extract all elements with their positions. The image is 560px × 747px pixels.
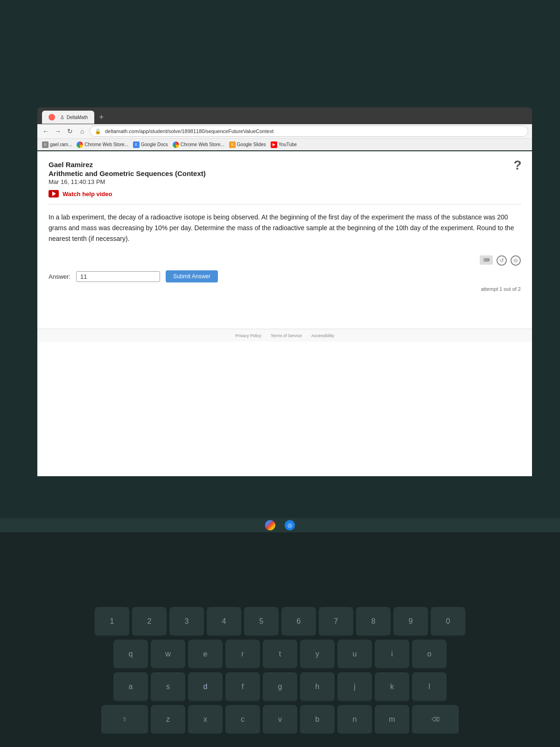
key-b[interactable]: b: [300, 705, 335, 735]
tool-icons-row: ⌨ ↺ ⊖: [49, 255, 521, 266]
privacy-policy-link[interactable]: Privacy Policy: [235, 333, 261, 338]
bookmark-label-chrome-2: Chrome Web Store...: [181, 142, 224, 147]
key-n[interactable]: n: [337, 705, 372, 735]
refresh-icon[interactable]: ↺: [497, 255, 507, 266]
keyboard-row-bottom: ⇧ z x c v b n m ⌫: [101, 705, 459, 735]
settings-icon[interactable]: ⊖: [511, 255, 521, 266]
browser-chrome: Δ DeltaMath + ← → ↻ ⌂ 🔒 deltamath.com/ap…: [37, 107, 532, 150]
key-k[interactable]: k: [375, 672, 409, 702]
keyboard-row-numbers: 1 2 3 4 5 6 7 8 9 0: [95, 607, 465, 637]
question-mark-icon: ?: [513, 159, 521, 172]
key-z[interactable]: z: [151, 705, 185, 735]
watch-help-video-button[interactable]: Watch help video: [49, 190, 521, 197]
bookmark-gael-ram[interactable]: G gael.ram...: [42, 141, 72, 148]
tab-title: DeltaMath: [67, 115, 88, 120]
key-7[interactable]: 7: [319, 607, 353, 637]
key-j[interactable]: j: [337, 672, 372, 702]
address-bar[interactable]: 🔒 deltamath.com/app/student/solve/189811…: [90, 126, 528, 137]
key-6[interactable]: 6: [281, 607, 316, 637]
key-0[interactable]: 0: [431, 607, 465, 637]
bookmark-chrome-2[interactable]: Chrome Web Store...: [173, 141, 224, 148]
key-backspace[interactable]: ⌫: [412, 705, 459, 735]
key-a[interactable]: a: [113, 672, 148, 702]
key-h[interactable]: h: [300, 672, 335, 702]
bookmark-label-chrome-1: Chrome Web Store...: [84, 142, 128, 147]
bookmark-icon-docs: E: [133, 141, 140, 148]
key-g[interactable]: g: [263, 672, 297, 702]
key-i[interactable]: i: [375, 640, 409, 669]
tab-close-button[interactable]: [49, 114, 55, 120]
key-shift[interactable]: ⇧: [101, 705, 148, 735]
bookmark-docs[interactable]: E Google Docs: [133, 141, 168, 148]
accessibility-link[interactable]: Accessibility: [311, 333, 334, 338]
bookmark-chrome-1[interactable]: Chrome Web Store...: [77, 141, 128, 148]
bookmarks-bar: G gael.ram... Chrome Web Store... E Goog…: [37, 138, 532, 150]
key-1[interactable]: 1: [95, 607, 129, 637]
new-tab-button[interactable]: +: [96, 112, 106, 122]
bookmark-icon-chrome-1: [77, 141, 83, 148]
system-taskbar: ◎: [0, 518, 560, 532]
help-button[interactable]: ?: [511, 159, 525, 173]
key-v[interactable]: v: [263, 705, 297, 735]
key-w[interactable]: w: [151, 640, 185, 669]
keyboard-row-a: a s d f g h j k l: [113, 672, 447, 702]
bookmark-icon-gael: G: [42, 141, 49, 148]
lock-icon: 🔒: [95, 128, 101, 134]
bookmark-slides[interactable]: S Google Slides: [229, 141, 266, 148]
bookmark-youtube[interactable]: ▶ YouTube: [271, 141, 297, 148]
bookmark-label-docs: Google Docs: [141, 142, 168, 147]
key-e[interactable]: e: [188, 640, 223, 669]
terms-link[interactable]: Terms of Service: [271, 333, 302, 338]
date-time: Mar 16, 11:40:13 PM: [49, 178, 521, 185]
bookmark-label-gael: gael.ram...: [50, 142, 72, 147]
reload-button[interactable]: ↻: [65, 127, 75, 136]
key-o[interactable]: o: [412, 640, 447, 669]
tab-favicon: Δ: [61, 115, 64, 120]
bookmark-label-slides: Google Slides: [237, 142, 266, 147]
key-l[interactable]: l: [412, 672, 447, 702]
key-t[interactable]: t: [263, 640, 297, 669]
keyboard-row-q: q w e r t y u i o: [113, 640, 447, 669]
bookmark-icon-chrome-2: [173, 141, 179, 148]
page-footer: Privacy Policy Terms of Service Accessib…: [37, 329, 532, 342]
problem-text: In a lab experiment, the decay of a radi…: [49, 212, 521, 244]
key-x[interactable]: x: [188, 705, 223, 735]
key-d[interactable]: d: [188, 672, 223, 702]
attempt-counter: attempt 1 out of 2: [49, 286, 521, 292]
key-y[interactable]: y: [300, 640, 335, 669]
forward-button[interactable]: →: [53, 127, 63, 136]
calculator-icon[interactable]: ⌨: [480, 255, 493, 265]
browser-content-area: ? Gael Ramirez Arithmetic and Geometric …: [37, 151, 532, 476]
deltamath-page: ? Gael Ramirez Arithmetic and Geometric …: [37, 151, 532, 301]
secondary-taskbar-icon[interactable]: ◎: [285, 520, 295, 530]
key-r[interactable]: r: [225, 640, 260, 669]
answer-input[interactable]: [76, 271, 160, 282]
tab-bar: Δ DeltaMath +: [37, 107, 532, 124]
home-button[interactable]: ⌂: [77, 127, 87, 136]
key-f[interactable]: f: [225, 672, 260, 702]
back-button[interactable]: ←: [41, 127, 50, 136]
bookmark-icon-youtube: ▶: [271, 141, 277, 148]
key-u[interactable]: u: [337, 640, 372, 669]
submit-answer-button[interactable]: Submit Answer: [166, 270, 218, 282]
bookmark-label-youtube: YouTube: [279, 142, 297, 147]
key-2[interactable]: 2: [132, 607, 167, 637]
browser-nav-bar: ← → ↻ ⌂ 🔒 deltamath.com/app/student/solv…: [37, 124, 532, 138]
chrome-taskbar-icon[interactable]: [265, 520, 275, 530]
student-name: Gael Ramirez: [49, 161, 521, 169]
key-9[interactable]: 9: [393, 607, 428, 637]
answer-row: Answer: Submit Answer: [49, 270, 521, 282]
url-display: deltamath.com/app/student/solve/18981180…: [105, 128, 523, 134]
key-c[interactable]: c: [225, 705, 260, 735]
watch-video-label: Watch help video: [63, 190, 112, 197]
key-3[interactable]: 3: [169, 607, 204, 637]
key-5[interactable]: 5: [244, 607, 279, 637]
key-s[interactable]: s: [151, 672, 185, 702]
active-tab[interactable]: Δ DeltaMath: [42, 111, 94, 124]
key-8[interactable]: 8: [356, 607, 391, 637]
key-m[interactable]: m: [375, 705, 409, 735]
key-4[interactable]: 4: [207, 607, 241, 637]
section-divider: [49, 204, 521, 204]
key-q[interactable]: q: [113, 640, 148, 669]
keyboard-area: 1 2 3 4 5 6 7 8 9 0 q w e r t y u i o a …: [0, 532, 560, 747]
